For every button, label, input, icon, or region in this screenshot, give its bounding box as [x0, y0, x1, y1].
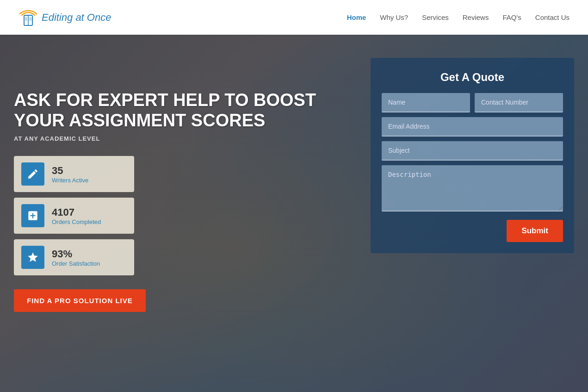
subject-input[interactable] [382, 141, 563, 161]
cta-button[interactable]: FIND A PRO SOLUTION LIVE [14, 289, 146, 312]
email-input[interactable] [382, 117, 563, 137]
pen-icon [21, 162, 44, 186]
nav-reviews[interactable]: Reviews [463, 13, 489, 21]
submit-button[interactable]: Submit [507, 220, 563, 242]
hero-section: ASK FOR EXPERT HELP TO BOOST YOUR ASSIGN… [0, 35, 588, 392]
stat-satisfaction: 93% Order Satisfaction [14, 239, 134, 275]
form-title: Get A Quote [382, 71, 563, 84]
logo-text: Editing at Once [42, 12, 111, 24]
orders-count: 4107 [52, 206, 101, 218]
contact-input[interactable] [475, 93, 563, 112]
nav-services[interactable]: Services [422, 13, 449, 21]
name-input[interactable] [382, 93, 470, 112]
plus-icon [21, 204, 44, 227]
nav-home[interactable]: Home [347, 13, 366, 21]
satisfaction-label: Order Satisfaction [52, 260, 100, 267]
form-row-name-contact [382, 93, 563, 112]
hero-headline: ASK FOR EXPERT HELP TO BOOST YOUR ASSIGN… [14, 90, 328, 131]
quote-form: Get A Quote Submit [371, 58, 574, 253]
hero-subheading: AT ANY ACADEMIC LEVEL [14, 135, 328, 142]
nav-why-us[interactable]: Why Us? [380, 13, 408, 21]
stat-writers: 35 Writers Active [14, 156, 134, 192]
writers-label: Writers Active [52, 177, 88, 184]
main-nav: Home Why Us? Services Reviews FAQ's Cont… [347, 13, 569, 21]
orders-label: Orders Completed [52, 218, 101, 225]
star-icon [21, 246, 44, 269]
stat-orders: 4107 Orders Completed [14, 198, 134, 234]
description-input[interactable] [382, 165, 563, 212]
header: Editing at Once Home Why Us? Services Re… [0, 0, 588, 35]
logo: Editing at Once [19, 8, 111, 27]
logo-icon [19, 8, 38, 27]
stats-container: 35 Writers Active 4107 Orders Completed [14, 156, 328, 275]
satisfaction-count: 93% [52, 248, 100, 260]
writers-count: 35 [52, 165, 88, 177]
hero-content: ASK FOR EXPERT HELP TO BOOST YOUR ASSIGN… [14, 90, 328, 312]
nav-faqs[interactable]: FAQ's [502, 13, 521, 21]
nav-contact[interactable]: Contact Us [535, 13, 569, 21]
